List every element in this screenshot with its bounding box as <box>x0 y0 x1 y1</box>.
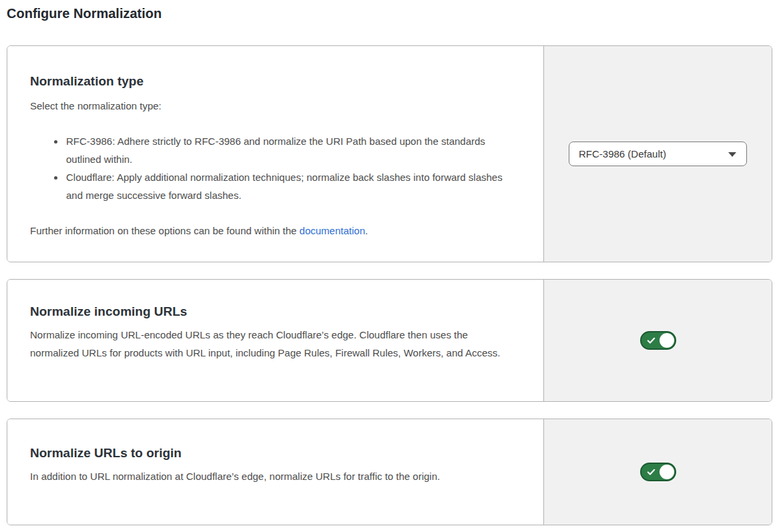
check-icon <box>646 467 656 477</box>
card-normalize-urls-to-origin-content: Normalize URLs to origin In addition to … <box>7 419 543 525</box>
footer-text-before-link: Further information on these options can… <box>30 225 300 236</box>
toggle-normalize-urls-to-origin[interactable] <box>640 463 676 481</box>
card-normalize-urls-to-origin: Normalize URLs to origin In addition to … <box>7 419 772 525</box>
normalization-type-select-value: RFC-3986 (Default) <box>579 148 666 160</box>
normalize-incoming-urls-description: Normalize incoming URL-encoded URLs as t… <box>30 326 513 362</box>
card-normalize-incoming-urls-content: Normalize incoming URLs Normalize incomi… <box>7 280 543 401</box>
configure-normalization-page: Configure Normalization Normalization ty… <box>0 0 779 532</box>
footer-text-after-link: . <box>365 225 368 236</box>
card-normalization-type-control-panel: RFC-3986 (Default) <box>543 46 772 262</box>
check-icon <box>646 336 656 346</box>
normalize-urls-to-origin-title: Normalize URLs to origin <box>30 419 513 461</box>
normalization-type-intro: Select the normalization type: <box>30 97 513 115</box>
normalization-type-title: Normalization type <box>30 46 513 89</box>
normalize-urls-to-origin-description: In addition to URL normalization at Clou… <box>30 467 513 485</box>
card-normalize-incoming-urls: Normalize incoming URLs Normalize incomi… <box>7 279 772 402</box>
card-normalization-type: Normalization type Select the normalizat… <box>7 45 772 262</box>
card-normalization-type-content: Normalization type Select the normalizat… <box>7 46 543 262</box>
chevron-down-icon <box>728 152 736 157</box>
bullet-rfc-3986: RFC-3986: Adhere strictly to RFC-3986 an… <box>65 132 513 168</box>
toggle-knob <box>660 333 674 348</box>
normalization-type-options-list: RFC-3986: Adhere strictly to RFC-3986 an… <box>30 132 513 204</box>
card-normalize-incoming-urls-control-panel <box>543 280 772 401</box>
normalize-incoming-urls-title: Normalize incoming URLs <box>30 280 513 319</box>
bullet-cloudflare: Cloudflare: Apply additional normalizati… <box>65 168 513 204</box>
documentation-link[interactable]: documentation <box>300 225 365 236</box>
normalization-type-select[interactable]: RFC-3986 (Default) <box>569 142 747 166</box>
page-title: Configure Normalization <box>7 5 772 21</box>
toggle-normalize-incoming-urls[interactable] <box>640 331 676 350</box>
toggle-knob <box>660 465 674 479</box>
card-normalize-urls-to-origin-control-panel <box>543 419 772 525</box>
normalization-type-footer: Further information on these options can… <box>30 222 513 240</box>
